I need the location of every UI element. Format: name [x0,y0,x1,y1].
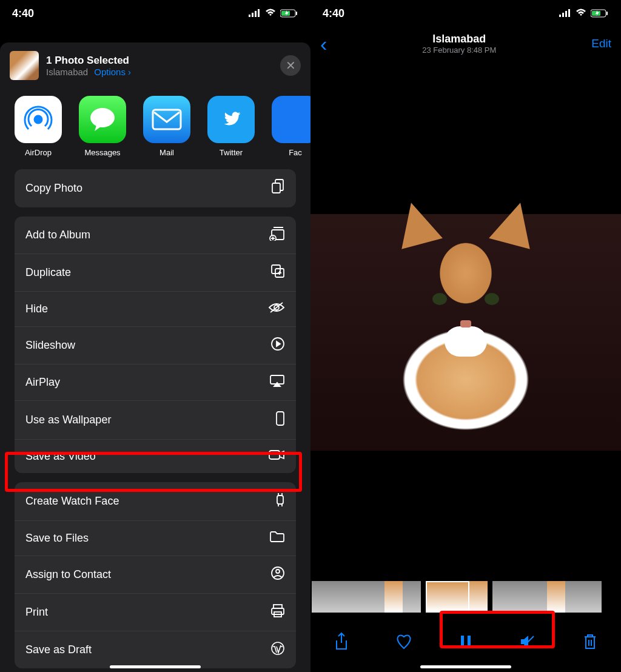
phone-share-sheet: 4:40 1 Photo Selected Islamabad Options … [0,0,310,672]
wifi-icon [264,7,277,20]
filmstrip-thumb[interactable] [565,581,583,613]
action-use-as-wallpaper[interactable]: Use as Wallpaper [15,400,296,439]
battery-charging-icon [591,9,609,18]
airdrop-icon [15,96,62,143]
app-label: Mail [159,148,174,157]
action-assign-to-contact[interactable]: Assign to Contact [15,556,296,593]
svg-rect-28 [559,15,561,17]
share-app-twitter[interactable]: Twitter [207,96,255,157]
back-button[interactable]: ‹ [320,33,327,54]
twitter-icon [207,96,255,143]
action-print[interactable]: Print [15,593,296,631]
share-button[interactable] [328,628,355,655]
filmstrip-thumb[interactable] [469,581,488,613]
filmstrip-group[interactable] [312,581,421,613]
action-label: Create Watch Face [25,495,119,508]
share-app-mail[interactable]: Mail [143,96,190,157]
mail-icon [143,96,190,143]
svg-point-23 [276,570,280,573]
close-icon: ✕ [286,58,296,73]
filmstrip-group-active[interactable] [426,581,488,613]
pause-button[interactable] [452,628,479,655]
svg-rect-34 [606,12,608,15]
delete-button[interactable] [577,628,603,655]
share-options-link[interactable]: Options › [94,67,131,77]
share-location: Islamabad [46,67,88,77]
status-bar-right: 4:40 [310,0,621,27]
share-apps-row[interactable]: AirDrop Messages Mail Twitter [0,91,310,169]
svg-rect-29 [562,13,564,17]
edit-button[interactable]: Edit [591,37,611,50]
svg-rect-6 [296,12,297,15]
filmstrip-thumb[interactable] [403,581,421,613]
svg-rect-31 [568,9,570,17]
mute-button[interactable] [514,628,541,655]
status-time: 4:40 [12,7,34,20]
svg-rect-24 [274,605,282,608]
facebook-icon [272,96,310,143]
action-label: Hide [25,303,48,315]
action-group-main: Add to Album Duplicate Hide Slideshow Ai… [15,217,296,473]
watch-icon [275,492,285,511]
close-button[interactable]: ✕ [280,55,301,76]
filmstrip-thumb[interactable] [529,581,547,613]
wifi-icon [575,7,587,20]
video-icon [268,449,285,463]
filmstrip-thumb[interactable] [583,581,602,613]
action-airplay[interactable]: AirPlay [15,364,296,400]
status-indicators [559,7,609,20]
action-save-as-draft[interactable]: Save as Draft [15,631,296,668]
svg-rect-35 [461,636,464,648]
filmstrip-thumb[interactable] [492,581,511,613]
svg-rect-36 [468,636,471,648]
filmstrip-thumb[interactable] [511,581,529,613]
filmstrip-thumb[interactable] [547,581,565,613]
phone-photo-viewer: 4:40 ‹ Islamabad 23 February 8:48 PM Edi… [310,0,621,672]
filmstrip-group[interactable] [492,581,602,613]
home-indicator[interactable] [420,665,511,668]
action-add-to-album[interactable]: Add to Album [15,217,296,254]
action-hide[interactable]: Hide [15,291,296,326]
home-indicator[interactable] [110,665,201,668]
nav-title-block: Islamabad 23 February 8:48 PM [422,33,496,55]
action-copy-photo[interactable]: Copy Photo [15,169,296,207]
filmstrip-thumb[interactable] [330,581,348,613]
filmstrip-thumb[interactable] [384,581,403,613]
eye-slash-icon [268,301,285,317]
share-app-airdrop[interactable]: AirDrop [15,96,62,157]
album-add-icon [269,226,285,244]
svg-point-27 [272,642,284,654]
filmstrip-thumb[interactable] [366,581,384,613]
action-save-to-files[interactable]: Save to Files [15,520,296,556]
action-label: Save as Video [25,450,96,463]
svg-rect-30 [565,11,567,17]
filmstrip-thumb[interactable] [312,581,330,613]
svg-rect-3 [258,9,260,17]
action-duplicate[interactable]: Duplicate [15,254,296,291]
action-label: Add to Album [25,229,90,241]
cellular-signal-icon [559,7,571,20]
photo-filmstrip[interactable] [310,581,621,613]
filmstrip-thumb-active[interactable] [426,581,469,613]
action-group-copy: Copy Photo [15,169,296,207]
action-save-as-video[interactable]: Save as Video [15,439,296,473]
filmstrip-thumb[interactable] [348,581,366,613]
svg-rect-2 [255,11,257,17]
app-label: Fac [289,148,302,157]
favorite-button[interactable] [391,628,417,655]
battery-charging-icon [280,9,298,18]
app-label: AirDrop [25,148,52,157]
action-slideshow[interactable]: Slideshow [15,326,296,364]
photo-viewer-area[interactable] [310,66,621,575]
action-label: Use as Wallpaper [25,414,111,426]
share-app-facebook[interactable]: Fac [272,96,310,157]
share-app-messages[interactable]: Messages [79,96,126,157]
action-label: AirPlay [25,376,60,389]
photo-nav-bar: ‹ Islamabad 23 February 8:48 PM Edit [310,27,621,61]
share-sheet-header: 1 Photo Selected Islamabad Options › ✕ [0,42,310,91]
action-group-secondary: Create Watch Face Save to Files Assign t… [15,482,296,668]
action-create-watch-face[interactable]: Create Watch Face [15,482,296,520]
svg-point-8 [90,108,115,127]
cellular-signal-icon [249,7,261,20]
nav-subtitle: 23 February 8:48 PM [422,45,496,55]
